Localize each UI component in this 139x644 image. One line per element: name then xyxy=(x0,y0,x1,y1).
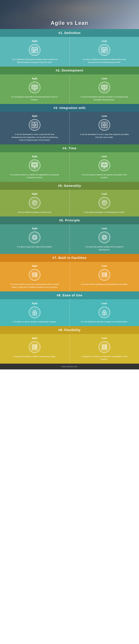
svg-rect-76 xyxy=(103,236,106,239)
agile-label-ease: Agile xyxy=(32,302,38,305)
lean-col-principle: Lean It is about the product quality and… xyxy=(70,224,139,254)
agile-label-definition: Agile xyxy=(32,40,38,42)
lean-label-generality: Lean xyxy=(102,193,107,195)
lean-label-facilities: Lean xyxy=(102,265,107,267)
agile-text-generality: It has six different phases in its life … xyxy=(18,211,52,214)
svg-point-41 xyxy=(103,124,105,126)
agile-text-principle: It is about scope and value of the produ… xyxy=(17,245,52,248)
svg-rect-14 xyxy=(104,50,105,50)
lean-col-integration: Lean It can be developed in such a way t… xyxy=(70,112,139,144)
section-flexibility: #9. Flexibility Agile It supports flexib… xyxy=(0,326,139,364)
svg-point-31 xyxy=(34,124,36,126)
footer-url: www.educba.com xyxy=(62,365,78,368)
lean-icon-flexibility xyxy=(98,341,110,353)
lean-icon-development xyxy=(98,82,110,93)
lean-text-definition: It is also a Software Development Model … xyxy=(80,58,129,64)
svg-rect-5 xyxy=(34,50,35,50)
lean-col-facilities: Lean It can be used for building as smal… xyxy=(70,262,139,292)
section-generality: #5. Generality Agile It has six differen… xyxy=(0,182,139,216)
svg-rect-17 xyxy=(104,51,105,52)
lean-text-development: It can be developed using the transition… xyxy=(80,96,129,101)
agile-icon-facilities xyxy=(29,269,41,281)
lean-col-generality: Lean It has seven principles in its deve… xyxy=(70,190,139,216)
agile-col-principle: Agile It is about scope and value of the… xyxy=(0,224,70,254)
lean-label-definition: Lean xyxy=(102,40,107,42)
section-definition: #1. Definition Agile It is a Software De… xyxy=(0,29,139,66)
svg-rect-4 xyxy=(33,50,34,50)
section-header-facilities: #7. Built in Facilities xyxy=(0,254,139,262)
lean-label-integration: Lean xyxy=(102,115,107,118)
svg-line-49 xyxy=(103,126,103,126)
section-header-time: #4. Time xyxy=(0,144,139,152)
lean-icon-definition xyxy=(98,44,110,56)
agile-icon-integration xyxy=(29,119,41,131)
lean-text-integration: It can be developed in such a way that u… xyxy=(80,133,129,138)
svg-rect-13 xyxy=(102,50,103,50)
section-header-flexibility: #9. Flexibility xyxy=(0,326,139,334)
svg-point-112 xyxy=(36,347,36,348)
agile-text-time: It is used to perform or deliver the app… xyxy=(10,173,59,179)
section-header-integration: #3. Integration with xyxy=(0,104,139,112)
lean-text-ease: It is not flexible for dynamic changes i… xyxy=(81,320,128,323)
lean-icon-principle xyxy=(98,232,110,243)
section-number-integration: #3. Integration with xyxy=(53,106,85,110)
section-ease: #8. Ease of Use Agile It is easier to us… xyxy=(0,292,139,326)
lean-label-ease: Lean xyxy=(102,302,107,305)
footer: www.educba.com xyxy=(0,364,139,370)
agile-label-flexibility: Agile xyxy=(32,337,38,340)
section-number-time: #4. Time xyxy=(63,146,77,150)
agile-icon-generality xyxy=(29,197,41,208)
agile-text-facilities: It can be used for any product developme… xyxy=(10,283,59,288)
svg-point-99 xyxy=(105,276,106,276)
agile-icon-ease xyxy=(29,306,41,318)
lean-col-development: Lean It can be developed using the trans… xyxy=(70,74,139,104)
lean-icon-ease xyxy=(98,306,110,318)
svg-point-98 xyxy=(105,273,106,274)
lean-label-principle: Lean xyxy=(102,227,107,230)
svg-rect-54 xyxy=(33,164,37,166)
agile-text-ease: It is easier to use for dynamic requirem… xyxy=(13,320,56,323)
section-number-ease: #8. Ease of Use xyxy=(57,294,82,297)
agile-label-facilities: Agile xyxy=(32,265,38,267)
svg-line-36 xyxy=(33,123,34,124)
svg-line-37 xyxy=(36,126,36,126)
section-header-generality: #5. Generality xyxy=(0,182,139,190)
agile-text-development: It is developed using different framewor… xyxy=(10,96,59,101)
svg-rect-15 xyxy=(105,50,106,50)
svg-point-118 xyxy=(105,345,106,346)
svg-rect-110 xyxy=(32,349,37,350)
lean-label-flexibility: Lean xyxy=(102,337,107,340)
lean-col-ease: Lean It is not flexible for dynamic chan… xyxy=(70,299,139,326)
agile-icon-flexibility xyxy=(29,341,41,353)
svg-rect-16 xyxy=(102,51,103,52)
svg-rect-117 xyxy=(102,349,107,350)
lean-text-principle: It is about the product quality and its … xyxy=(80,245,129,251)
agile-col-ease: Agile It is easier to use for dynamic re… xyxy=(0,299,70,326)
section-header-ease: #8. Ease of Use xyxy=(0,292,139,299)
section-principle: #6. Principle Agile It is about sco xyxy=(0,216,139,254)
agile-label-time: Agile xyxy=(32,155,38,158)
agile-col-flexibility: Agile It supports flexibility in differe… xyxy=(0,334,70,364)
svg-line-47 xyxy=(105,126,106,126)
svg-rect-6 xyxy=(36,50,37,50)
svg-rect-59 xyxy=(102,164,106,166)
lean-icon-facilities xyxy=(98,269,110,281)
section-number-facilities: #7. Built in Facilities xyxy=(52,256,87,260)
svg-rect-105 xyxy=(102,312,106,315)
main-title: Agile vs Lean xyxy=(51,20,88,26)
svg-point-92 xyxy=(36,273,37,274)
agile-icon-time xyxy=(29,160,41,171)
section-number-definition: #1. Definition xyxy=(58,31,80,35)
svg-line-38 xyxy=(36,123,36,124)
section-facilities: #7. Built in Facilities Agile It can be … xyxy=(0,254,139,292)
svg-rect-62 xyxy=(33,236,36,239)
lean-label-development: Lean xyxy=(102,77,107,80)
agile-label-generality: Agile xyxy=(32,193,38,195)
svg-point-119 xyxy=(105,347,106,348)
section-number-flexibility: #9. Flexibility xyxy=(58,328,81,332)
lean-icon-integration xyxy=(98,119,110,131)
lean-icon-generality xyxy=(98,197,110,208)
agile-col-generality: Agile It has six different phases in its… xyxy=(0,190,70,216)
lean-col-flexibility: Lean It supports in continuous inspectio… xyxy=(70,334,139,364)
lean-text-time: It can be used to improve the speed and … xyxy=(80,173,129,179)
